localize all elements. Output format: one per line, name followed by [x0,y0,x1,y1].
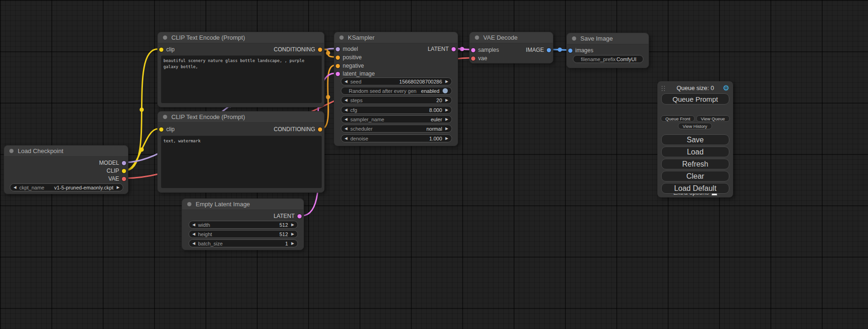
node-vae-decode[interactable]: VAE Decode samples vae IMAGE [469,32,553,63]
node-title: Save Image [580,35,613,42]
height-widget[interactable]: ◀ height 512 ▶ [189,230,298,238]
input-label: positive [343,54,362,61]
negative-input-port[interactable] [336,64,340,68]
clear-button[interactable]: Clear [661,171,729,182]
node-collapse-dot[interactable] [187,202,191,206]
link-midpoint-dot[interactable] [460,47,464,51]
image-output-port[interactable] [547,48,551,52]
prompt-textarea[interactable]: text, watermark [161,136,322,188]
scheduler-widget[interactable]: ◀ scheduler normal ▶ [341,125,452,133]
arrow-right-icon[interactable]: ▶ [291,232,294,236]
node-title-bar[interactable]: KSampler [334,32,458,43]
vae-input-port[interactable] [471,56,475,61]
save-button[interactable]: Save [661,134,729,145]
arrow-right-icon[interactable]: ▶ [445,98,448,102]
clip-input-port[interactable] [159,48,163,52]
random-seed-toggle-widget[interactable]: Random seed after every gen enabled [341,87,452,95]
node-title-bar[interactable]: VAE Decode [470,32,553,43]
link-midpoint-dot[interactable] [140,108,144,112]
model-output-port[interactable] [122,161,126,165]
node-clip-text-encode-positive[interactable]: CLIP Text Encode (Prompt) clip CONDITION… [157,32,325,107]
node-collapse-dot[interactable] [339,35,344,40]
output-label: CLIP [106,168,119,174]
input-label: model [343,46,358,52]
arrow-left-icon[interactable]: ◀ [192,223,195,227]
queue-front-button[interactable]: Queue Front [661,115,695,122]
node-collapse-dot[interactable] [163,35,167,40]
view-queue-button[interactable]: View Queue [696,115,730,122]
refresh-button[interactable]: Refresh [661,159,729,169]
widget-label: denoise [350,136,368,141]
arrow-right-icon[interactable]: ▶ [445,80,448,84]
arrow-left-icon[interactable]: ◀ [345,137,347,140]
output-label: CONDITIONING [274,46,315,53]
node-title-bar[interactable]: CLIP Text Encode (Prompt) [158,112,324,123]
node-title-bar[interactable]: Empty Latent Image [182,199,303,210]
positive-input-port[interactable] [336,56,340,60]
filename-prefix-widget[interactable]: filename_prefix ComfyUI [573,55,643,63]
arrow-right-icon[interactable]: ▶ [291,223,294,227]
arrow-right-icon[interactable]: ▶ [445,127,448,131]
node-collapse-dot[interactable] [475,35,479,40]
node-collapse-dot[interactable] [163,115,167,119]
arrow-right-icon[interactable]: ▶ [445,137,448,140]
arrow-right-icon[interactable]: ▶ [117,186,120,189]
node-clip-text-encode-negative[interactable]: CLIP Text Encode (Prompt) clip CONDITION… [157,111,325,193]
steps-widget[interactable]: ◀ steps 20 ▶ [341,96,452,104]
vae-output-port[interactable] [122,177,126,181]
arrow-right-icon[interactable]: ▶ [445,108,448,112]
arrow-right-icon[interactable]: ▶ [445,118,448,121]
output-label: CONDITIONING [274,126,315,133]
conditioning-output-port[interactable] [318,48,322,52]
node-title-bar[interactable]: Save Image [567,33,649,44]
images-input-port[interactable] [568,49,572,53]
link-midpoint-dot[interactable] [140,147,144,152]
node-graph-canvas[interactable]: Load Checkpoint MODEL CLIP VAE ◀ ckpt_na… [0,0,868,329]
node-ksampler[interactable]: KSampler model positive negative latent_… [334,32,458,146]
arrow-left-icon[interactable]: ◀ [14,186,16,189]
gear-icon[interactable]: ⚙ [723,84,729,92]
denoise-widget[interactable]: ◀ denoise 1.000 ▶ [341,134,452,142]
toggle-enabled-icon[interactable] [443,88,448,93]
batch-size-widget[interactable]: ◀ batch_size 1 ▶ [189,239,298,247]
latent-image-input-port[interactable] [336,72,340,76]
view-history-button[interactable]: View History [678,123,712,129]
clip-output-port[interactable] [122,169,126,173]
node-collapse-dot[interactable] [572,36,576,41]
link-midpoint-dot[interactable] [326,95,330,99]
width-widget[interactable]: ◀ width 512 ▶ [189,221,298,229]
node-empty-latent-image[interactable]: Empty Latent Image LATENT ◀ width 512 ▶ … [182,198,304,250]
node-title-bar[interactable]: Load Checkpoint [4,146,128,157]
samples-input-port[interactable] [471,48,475,52]
sampler-name-widget[interactable]: ◀ sampler_name euler ▶ [341,115,452,123]
conditioning-output-port[interactable] [318,127,322,132]
arrow-left-icon[interactable]: ◀ [192,242,195,245]
latent-output-port[interactable] [297,214,302,218]
arrow-left-icon[interactable]: ◀ [345,127,347,131]
load-button[interactable]: Load [661,147,729,157]
model-input-port[interactable] [336,47,340,51]
latent-output-port[interactable] [452,47,456,51]
arrow-left-icon[interactable]: ◀ [345,108,347,112]
node-title: Load Checkpoint [18,147,64,154]
arrow-left-icon[interactable]: ◀ [345,118,347,121]
load-default-button[interactable]: Load Default [661,183,729,194]
cfg-widget[interactable]: ◀ cfg 8.000 ▶ [341,106,452,114]
queue-prompt-button[interactable]: Queue Prompt [661,93,729,105]
ckpt-name-widget[interactable]: ◀ ckpt_name v1-5-pruned-emaonly.ckpt ▶ [10,183,123,191]
arrow-left-icon[interactable]: ◀ [192,232,195,236]
clip-input-port[interactable] [159,127,163,132]
node-collapse-dot[interactable] [9,149,14,153]
node-title-bar[interactable]: CLIP Text Encode (Prompt) [158,32,324,43]
node-load-checkpoint[interactable]: Load Checkpoint MODEL CLIP VAE ◀ ckpt_na… [4,145,128,194]
link-midpoint-dot[interactable] [326,51,330,55]
arrow-left-icon[interactable]: ◀ [345,80,347,84]
queue-size-label: Queue size: 0 [657,84,733,91]
arrow-left-icon[interactable]: ◀ [345,98,347,102]
link-midpoint-dot[interactable] [558,48,562,52]
node-save-image[interactable]: Save Image images filename_prefix ComfyU… [566,33,649,68]
prompt-textarea[interactable]: beautiful scenery nature glass bottle la… [161,56,322,103]
widget-label: batch_size [198,241,223,246]
seed-widget[interactable]: ◀ seed 156680208700286 ▶ [341,77,452,85]
arrow-right-icon[interactable]: ▶ [291,242,294,245]
